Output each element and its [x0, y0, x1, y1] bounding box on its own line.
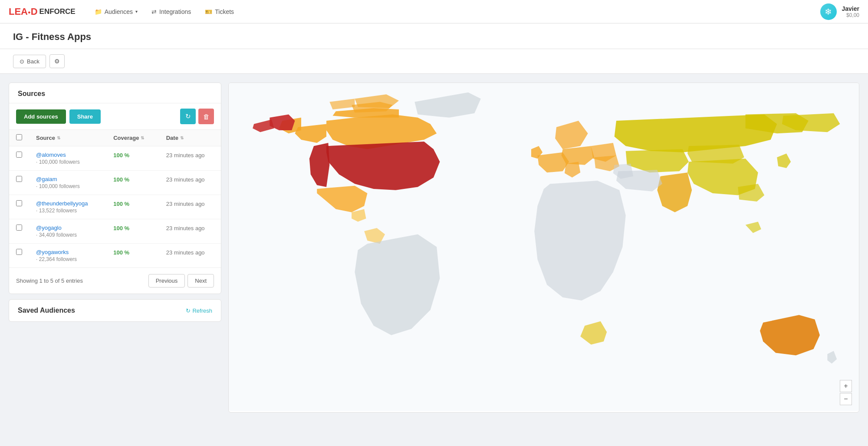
ticket-icon: 🎫 [205, 8, 212, 15]
back-label: Back [27, 58, 39, 65]
actions-right: ↻ 🗑 [180, 109, 214, 124]
coverage-value: 100 % [113, 176, 129, 183]
back-icon: ⊙ [20, 58, 24, 65]
map-zoom-controls: + − [840, 380, 852, 405]
enforce-text: ENFORCE [39, 7, 76, 16]
map-panel: + − [228, 83, 859, 413]
coverage-value: 100 % [113, 201, 129, 207]
sort-date-icon[interactable]: ⇅ [180, 135, 184, 140]
back-button[interactable]: ⊙ Back [13, 55, 46, 68]
settings-button[interactable]: ⚙ [49, 54, 65, 68]
gear-icon: ⚙ [54, 58, 60, 65]
user-name: Javier [842, 5, 859, 12]
coverage-value: 100 % [113, 249, 129, 256]
source-name[interactable]: @yogaworks [36, 249, 99, 255]
coverage-value: 100 % [113, 152, 129, 159]
share-button[interactable]: Share [69, 109, 101, 124]
sort-source-icon[interactable]: ⇅ [57, 135, 60, 140]
date-value: 23 minutes ago [166, 152, 205, 159]
row-checkbox-3[interactable] [16, 225, 22, 231]
nav-integrations[interactable]: ⇄ Integrations [145, 5, 197, 19]
th-checkbox [9, 130, 29, 146]
showing-text: Showing 1 to 5 of 5 entries [16, 278, 83, 284]
table-footer: Showing 1 to 5 of 5 entries Previous Nex… [9, 268, 221, 294]
integrations-label: Integrations [159, 8, 191, 15]
th-date: Date ⇅ [159, 130, 221, 146]
refresh-label: Refresh [192, 307, 212, 314]
source-name[interactable]: @alomoves [36, 152, 99, 158]
zoom-out-button[interactable]: − [840, 393, 852, 405]
row-checkbox-4[interactable] [16, 249, 22, 255]
th-source: Source ⇅ [29, 130, 106, 146]
source-name[interactable]: @theunderbellyyoga [36, 200, 99, 207]
audiences-label: Audiences [105, 8, 133, 15]
sources-table: Source ⇅ Coverage ⇅ Date [9, 130, 221, 268]
folder-icon: 📁 [95, 8, 102, 15]
page-title: IG - Fitness Apps [13, 31, 855, 43]
brand-text: LEA●D [9, 6, 38, 17]
user-balance: $0,00 [842, 12, 859, 18]
nav-audiences[interactable]: 📁 Audiences ▾ [89, 5, 144, 19]
trash-icon: 🗑 [203, 113, 210, 120]
refresh-button[interactable]: ↻ [180, 109, 196, 124]
row-checkbox-0[interactable] [16, 152, 22, 158]
saved-audiences-title: Saved Audiences [18, 307, 75, 314]
th-coverage: Coverage ⇅ [106, 130, 159, 146]
sources-actions: Add sources Share ↻ 🗑 [9, 103, 221, 130]
zoom-in-button[interactable]: + [840, 380, 852, 392]
saved-audiences-header: Saved Audiences ↻ Refresh [9, 300, 221, 321]
sources-title: Sources [9, 83, 221, 103]
date-value: 23 minutes ago [166, 201, 205, 207]
sources-card: Sources Add sources Share ↻ 🗑 [9, 83, 221, 294]
source-name[interactable]: @yogaglo [36, 225, 99, 231]
date-value: 23 minutes ago [166, 249, 205, 256]
previous-button[interactable]: Previous [148, 274, 185, 287]
row-checkbox-1[interactable] [16, 176, 22, 182]
source-followers: · 13,522 followers [36, 208, 99, 214]
toolbar: ⊙ Back ⚙ [0, 49, 868, 74]
table-row: @gaiam · 100,000 followers 100 % 23 minu… [9, 171, 221, 195]
row-checkbox-2[interactable] [16, 200, 22, 206]
source-name[interactable]: @gaiam [36, 176, 99, 182]
source-followers: · 34,409 followers [36, 232, 99, 238]
brand-logo: LEA●D ENFORCE [9, 6, 76, 17]
tickets-label: Tickets [215, 8, 234, 15]
nav-right: ❄ Javier $0,00 [820, 3, 859, 20]
refresh-small-icon: ↻ [186, 307, 191, 314]
source-followers: · 100,000 followers [36, 159, 99, 165]
main-content: Sources Add sources Share ↻ 🗑 [0, 74, 868, 421]
select-all-checkbox[interactable] [16, 134, 22, 140]
coverage-value: 100 % [113, 225, 129, 231]
nav-items: 📁 Audiences ▾ ⇄ Integrations 🎫 Tickets [89, 5, 820, 19]
saved-audiences-card: Saved Audiences ↻ Refresh [9, 299, 221, 322]
date-value: 23 minutes ago [166, 225, 205, 231]
sort-coverage-icon[interactable]: ⇅ [141, 135, 144, 140]
delete-button[interactable]: 🗑 [198, 109, 214, 124]
nav-tickets[interactable]: 🎫 Tickets [199, 5, 240, 19]
pagination: Previous Next [148, 274, 214, 287]
refresh-icon: ↻ [185, 112, 191, 120]
page-header: IG - Fitness Apps [0, 23, 868, 49]
table-row: @alomoves · 100,000 followers 100 % 23 m… [9, 146, 221, 171]
table-row: @theunderbellyyoga · 13,522 followers 10… [9, 195, 221, 219]
integrations-icon: ⇄ [151, 8, 157, 15]
world-map [229, 83, 859, 411]
table-row: @yogaglo · 34,409 followers 100 % 23 min… [9, 219, 221, 244]
coverage-col-label: Coverage [113, 135, 139, 141]
saved-refresh-button[interactable]: ↻ Refresh [186, 307, 212, 314]
left-panel: Sources Add sources Share ↻ 🗑 [9, 83, 221, 322]
user-info: Javier $0,00 [842, 5, 859, 18]
add-sources-button[interactable]: Add sources [16, 109, 66, 124]
actions-left: Add sources Share [16, 109, 101, 124]
avatar: ❄ [820, 3, 837, 20]
table-row: @yogaworks · 22,364 followers 100 % 23 m… [9, 244, 221, 268]
source-followers: · 100,000 followers [36, 183, 99, 189]
date-col-label: Date [166, 135, 178, 141]
source-col-label: Source [36, 135, 55, 141]
navbar: LEA●D ENFORCE 📁 Audiences ▾ ⇄ Integratio… [0, 0, 868, 23]
source-followers: · 22,364 followers [36, 256, 99, 262]
chevron-down-icon: ▾ [135, 9, 138, 14]
next-button[interactable]: Next [187, 274, 214, 287]
date-value: 23 minutes ago [166, 176, 205, 183]
